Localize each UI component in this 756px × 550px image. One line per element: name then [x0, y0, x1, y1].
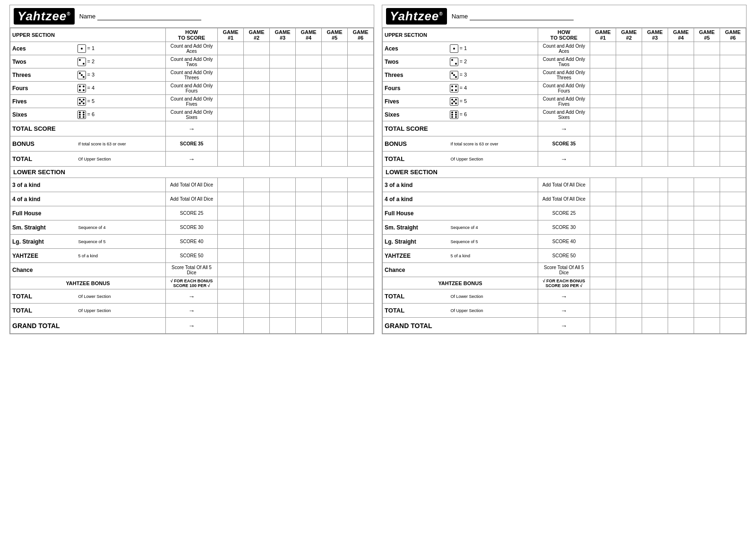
game-cell-upper-0-5[interactable] [720, 42, 746, 55]
game-cell-upper-0-3[interactable] [668, 42, 694, 55]
game-cell-upper-4-5[interactable] [720, 95, 746, 108]
lower-cell-4-5[interactable] [720, 235, 746, 249]
game-cell-upper-3-5[interactable] [348, 82, 374, 95]
lower-cell-1-0[interactable] [590, 192, 616, 206]
lower-cell-6-3[interactable] [296, 263, 322, 277]
lower-cell-5-3[interactable] [668, 249, 694, 263]
game-cell-upper-4-5[interactable] [348, 95, 374, 108]
total-lower-cell-1[interactable] [244, 289, 270, 304]
game-cell-upper-1-1[interactable] [244, 55, 270, 68]
game-cell-upper-3-4[interactable] [322, 82, 348, 95]
game-cell-upper-4-2[interactable] [642, 95, 668, 108]
game-cell-upper-4-3[interactable] [668, 95, 694, 108]
total-upper-cell-1[interactable] [244, 152, 270, 167]
game-cell-upper-0-0[interactable] [590, 42, 616, 55]
lower-cell-1-2[interactable] [270, 192, 296, 206]
game-cell-upper-5-0[interactable] [218, 108, 244, 121]
bonus-cell-1[interactable] [616, 136, 642, 152]
total-upper-cell-2[interactable] [642, 152, 668, 167]
name-input-line[interactable] [470, 13, 574, 20]
lower-cell-0-5[interactable] [720, 178, 746, 192]
total-upper-cell-4[interactable] [694, 152, 720, 167]
total-upper2-cell-1[interactable] [616, 304, 642, 318]
lower-cell-3-0[interactable] [590, 220, 616, 235]
total-upper-cell-0[interactable] [590, 152, 616, 167]
yahtzee-bonus-cell-0[interactable] [590, 277, 616, 289]
lower-cell-2-5[interactable] [720, 206, 746, 220]
game-cell-upper-4-1[interactable] [244, 95, 270, 108]
game-cell-upper-2-2[interactable] [270, 68, 296, 82]
total-score-cell-0[interactable] [590, 121, 616, 136]
total-upper-cell-0[interactable] [218, 152, 244, 167]
grand-total-cell-2[interactable] [642, 318, 668, 334]
game-cell-upper-3-1[interactable] [616, 82, 642, 95]
lower-cell-1-1[interactable] [244, 192, 270, 206]
game-cell-upper-5-1[interactable] [244, 108, 270, 121]
game-cell-upper-0-2[interactable] [270, 42, 296, 55]
lower-cell-4-3[interactable] [296, 235, 322, 249]
game-cell-upper-1-4[interactable] [694, 55, 720, 68]
total-score-cell-5[interactable] [720, 121, 746, 136]
game-cell-upper-5-4[interactable] [322, 108, 348, 121]
yahtzee-bonus-cell-5[interactable] [348, 277, 374, 289]
game-cell-upper-1-5[interactable] [720, 55, 746, 68]
lower-cell-6-0[interactable] [590, 263, 616, 277]
game-cell-upper-4-1[interactable] [616, 95, 642, 108]
lower-cell-2-2[interactable] [642, 206, 668, 220]
lower-cell-4-5[interactable] [348, 235, 374, 249]
game-cell-upper-5-3[interactable] [668, 108, 694, 121]
lower-cell-6-5[interactable] [720, 263, 746, 277]
lower-cell-4-1[interactable] [244, 235, 270, 249]
lower-cell-2-0[interactable] [218, 206, 244, 220]
game-cell-upper-5-5[interactable] [348, 108, 374, 121]
lower-cell-4-3[interactable] [668, 235, 694, 249]
yahtzee-bonus-cell-3[interactable] [668, 277, 694, 289]
grand-total-cell-1[interactable] [244, 318, 270, 334]
lower-cell-6-4[interactable] [694, 263, 720, 277]
lower-cell-0-4[interactable] [322, 178, 348, 192]
lower-cell-2-3[interactable] [668, 206, 694, 220]
lower-cell-5-0[interactable] [590, 249, 616, 263]
total-upper2-cell-5[interactable] [348, 304, 374, 318]
game-cell-upper-0-4[interactable] [694, 42, 720, 55]
total-lower-cell-5[interactable] [348, 289, 374, 304]
game-cell-upper-5-0[interactable] [590, 108, 616, 121]
grand-total-cell-4[interactable] [322, 318, 348, 334]
yahtzee-bonus-cell-3[interactable] [296, 277, 322, 289]
lower-cell-5-4[interactable] [694, 249, 720, 263]
lower-cell-1-4[interactable] [694, 192, 720, 206]
lower-cell-0-2[interactable] [270, 178, 296, 192]
game-cell-upper-1-0[interactable] [218, 55, 244, 68]
lower-cell-5-1[interactable] [616, 249, 642, 263]
game-cell-upper-5-1[interactable] [616, 108, 642, 121]
lower-cell-5-0[interactable] [218, 249, 244, 263]
total-upper2-cell-2[interactable] [642, 304, 668, 318]
total-score-cell-3[interactable] [668, 121, 694, 136]
game-cell-upper-1-3[interactable] [668, 55, 694, 68]
game-cell-upper-2-2[interactable] [642, 68, 668, 82]
total-lower-cell-4[interactable] [694, 289, 720, 304]
total-upper-cell-5[interactable] [720, 152, 746, 167]
lower-cell-5-4[interactable] [322, 249, 348, 263]
lower-cell-0-1[interactable] [244, 178, 270, 192]
lower-cell-6-1[interactable] [616, 263, 642, 277]
lower-cell-5-2[interactable] [270, 249, 296, 263]
lower-cell-2-3[interactable] [296, 206, 322, 220]
game-cell-upper-2-3[interactable] [296, 68, 322, 82]
lower-cell-3-3[interactable] [296, 220, 322, 235]
yahtzee-bonus-cell-2[interactable] [642, 277, 668, 289]
lower-cell-1-5[interactable] [720, 192, 746, 206]
total-upper2-cell-0[interactable] [590, 304, 616, 318]
game-cell-upper-5-2[interactable] [642, 108, 668, 121]
game-cell-upper-3-1[interactable] [244, 82, 270, 95]
game-cell-upper-4-3[interactable] [296, 95, 322, 108]
total-upper-cell-4[interactable] [322, 152, 348, 167]
lower-cell-4-0[interactable] [218, 235, 244, 249]
lower-cell-3-4[interactable] [322, 220, 348, 235]
game-cell-upper-2-4[interactable] [322, 68, 348, 82]
lower-cell-5-3[interactable] [296, 249, 322, 263]
game-cell-upper-2-0[interactable] [590, 68, 616, 82]
lower-cell-3-1[interactable] [616, 220, 642, 235]
lower-cell-0-3[interactable] [668, 178, 694, 192]
game-cell-upper-2-0[interactable] [218, 68, 244, 82]
